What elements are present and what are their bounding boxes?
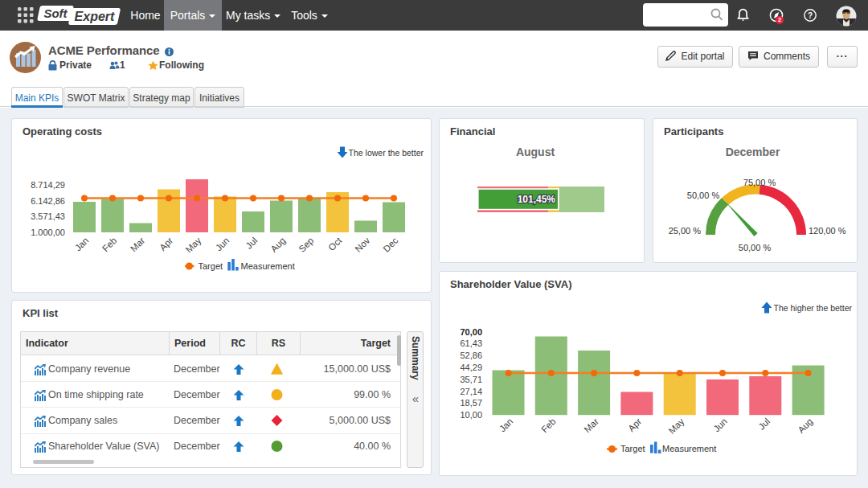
svg-text:Dec: Dec — [381, 236, 399, 254]
svg-text:101,45%: 101,45% — [518, 194, 556, 205]
svg-text:Jan: Jan — [73, 236, 91, 253]
svg-text:18,57: 18,57 — [460, 398, 482, 408]
svg-text:120,00 %: 120,00 % — [809, 226, 846, 236]
svg-text:27,14: 27,14 — [460, 387, 482, 396]
svg-text:Mar: Mar — [583, 416, 601, 435]
svg-text:Aug: Aug — [796, 416, 815, 435]
svg-text:1.000,00: 1.000,00 — [31, 228, 65, 237]
svg-text:Measurement: Measurement — [241, 261, 295, 271]
svg-text:?: ? — [808, 11, 813, 20]
svg-text:8.714,29: 8.714,29 — [31, 180, 65, 190]
svg-text:May: May — [184, 236, 203, 255]
svg-text:10,00: 10,00 — [460, 410, 482, 420]
svg-text:Sep: Sep — [297, 236, 315, 254]
svg-text:Jul: Jul — [756, 416, 772, 432]
svg-text:70,00: 70,00 — [460, 327, 482, 337]
svg-text:50,00 %: 50,00 % — [687, 191, 720, 200]
svg-text:61,43: 61,43 — [460, 338, 482, 348]
svg-text:6.142,86: 6.142,86 — [31, 196, 65, 206]
svg-text:Jul: Jul — [244, 236, 260, 251]
svg-text:Target: Target — [199, 261, 223, 271]
svg-text:Measurement: Measurement — [662, 444, 716, 453]
svg-text:Jun: Jun — [711, 416, 729, 434]
svg-text:52,86: 52,86 — [460, 351, 482, 360]
svg-text:44,29: 44,29 — [460, 363, 482, 372]
svg-text:Target: Target — [620, 444, 645, 453]
svg-text:May: May — [667, 416, 686, 436]
svg-text:25,00 %: 25,00 % — [669, 226, 702, 236]
svg-text:The lower the better: The lower the better — [349, 148, 424, 158]
svg-text:50,00 %: 50,00 % — [739, 243, 772, 252]
svg-text:Jan: Jan — [497, 416, 515, 434]
svg-text:Feb: Feb — [100, 236, 119, 254]
svg-text:Oct: Oct — [326, 235, 344, 252]
svg-text:75,00 %: 75,00 % — [743, 178, 776, 187]
svg-text:Mar: Mar — [129, 236, 147, 254]
svg-text:Feb: Feb — [539, 416, 558, 435]
svg-text:Apr: Apr — [626, 416, 643, 433]
svg-text:Jun: Jun — [214, 236, 231, 253]
svg-text:Nov: Nov — [353, 236, 371, 254]
svg-text:35,71: 35,71 — [460, 375, 482, 384]
svg-text:3.571,43: 3.571,43 — [31, 211, 65, 221]
svg-text:The higher the better: The higher the better — [774, 303, 853, 313]
svg-text:Apr: Apr — [158, 236, 174, 252]
svg-text:Aug: Aug — [268, 236, 287, 254]
